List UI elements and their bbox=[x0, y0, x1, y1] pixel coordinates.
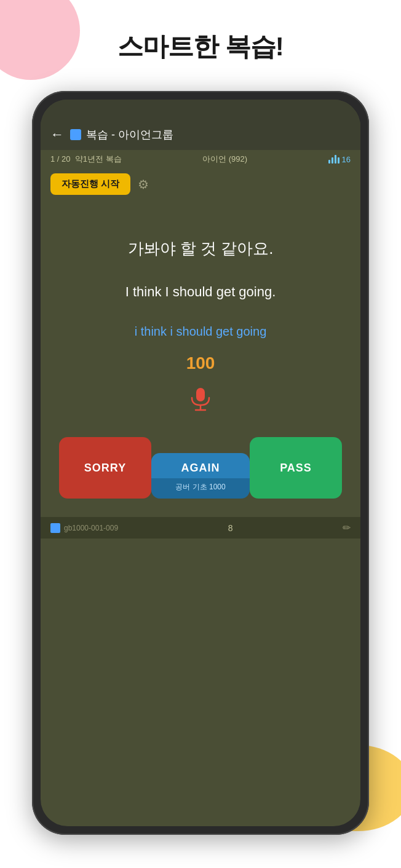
phone-frame: ← 복습 - 아이언그룹 1 / 20 약1년전 복습 아이언 (992) 16 bbox=[32, 91, 369, 835]
mic-container[interactable] bbox=[187, 385, 214, 412]
controls-row: 자동진행 시작 ⚙ bbox=[41, 168, 360, 201]
microphone-icon[interactable] bbox=[187, 385, 214, 412]
speaker-info: 16 bbox=[328, 155, 351, 164]
page-title: 스마트한 복습! bbox=[0, 30, 401, 64]
progress-label: 1 / 20 약1년전 복습 bbox=[50, 154, 122, 165]
back-button[interactable]: ← bbox=[50, 127, 64, 143]
action-buttons: SORRY AGAIN 공버 기초 1000 PASS bbox=[53, 437, 348, 499]
nav-bar: ← 복습 - 아이언그룹 bbox=[41, 122, 360, 150]
pass-button[interactable]: PASS bbox=[250, 437, 342, 499]
lesson-code: gb1000-001-009 bbox=[64, 524, 118, 532]
info-bar: 1 / 20 약1년전 복습 아이언 (992) 16 bbox=[41, 150, 360, 168]
edit-icon[interactable]: ✏ bbox=[343, 522, 351, 534]
auto-start-button[interactable]: 자동진행 시작 bbox=[50, 173, 130, 195]
english-sentence: I think I should get going. bbox=[125, 284, 276, 300]
status-bar bbox=[41, 100, 360, 122]
nav-title: 복습 - 아이언그룹 bbox=[86, 127, 173, 142]
bottom-icon bbox=[50, 523, 60, 533]
score-display: 100 bbox=[186, 353, 215, 373]
group-name-label: 아이언 (992) bbox=[202, 154, 247, 165]
korean-sentence: 가봐야 할 것 같아요. bbox=[128, 238, 274, 259]
again-button[interactable]: AGAIN bbox=[151, 453, 250, 478]
again-sub-label: 공버 기초 1000 bbox=[151, 478, 250, 499]
gear-icon[interactable]: ⚙ bbox=[138, 177, 149, 192]
nav-icon bbox=[70, 129, 81, 140]
again-button-container: AGAIN 공버 기초 1000 bbox=[151, 453, 250, 499]
content-area: 가봐야 할 것 같아요. I think I should get going.… bbox=[41, 201, 360, 517]
sorry-button[interactable]: SORRY bbox=[59, 437, 151, 499]
speaker-icon bbox=[328, 155, 339, 164]
user-input-display: i think i should get going bbox=[135, 325, 267, 339]
speaker-count-label: 16 bbox=[342, 155, 351, 164]
bottom-bar: gb1000-001-009 8 ✏ bbox=[41, 517, 360, 539]
bottom-left: gb1000-001-009 bbox=[50, 523, 118, 533]
phone-screen: ← 복습 - 아이언그룹 1 / 20 약1년전 복습 아이언 (992) 16 bbox=[41, 100, 360, 826]
svg-rect-0 bbox=[196, 388, 205, 401]
item-number: 8 bbox=[228, 523, 233, 533]
